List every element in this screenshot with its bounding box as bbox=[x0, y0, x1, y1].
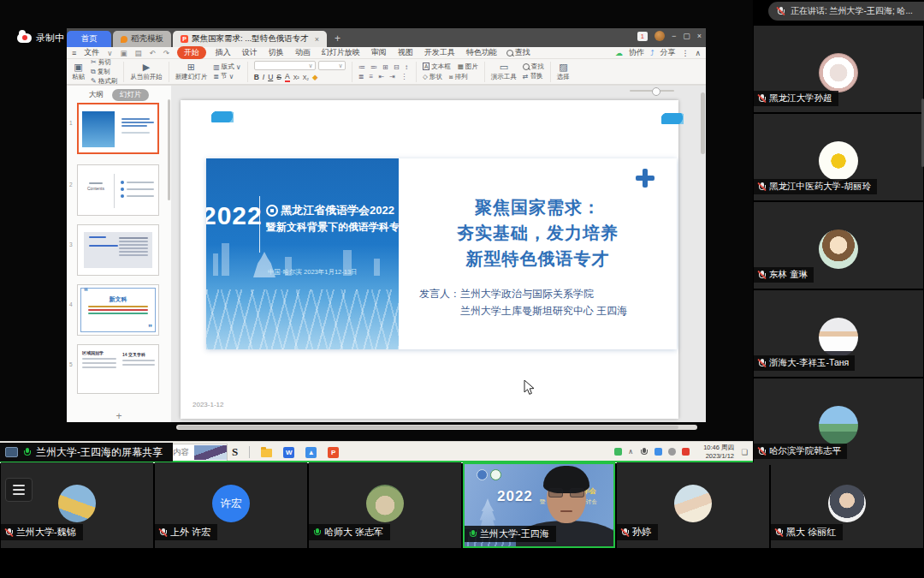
menu-item-design[interactable]: 设计 bbox=[240, 47, 259, 58]
tray-mic-icon[interactable] bbox=[639, 447, 649, 456]
notification-center-icon[interactable]: ❏ bbox=[741, 448, 748, 456]
message-badge[interactable]: 1 bbox=[637, 32, 648, 41]
participant-tile[interactable]: 黑龙江大学孙超 bbox=[754, 26, 923, 112]
participant-tile[interactable]: 黑大 徐丽红 bbox=[771, 462, 923, 548]
tray-red-icon[interactable] bbox=[682, 448, 690, 456]
add-slide-button[interactable]: + bbox=[116, 411, 121, 421]
close-doc-icon[interactable]: × bbox=[315, 35, 319, 44]
avatar bbox=[674, 485, 712, 522]
format-painter-button[interactable]: ✎格式刷 bbox=[91, 77, 117, 86]
participant-tile[interactable]: 许宏 上外 许宏 bbox=[155, 462, 307, 548]
file-chevron-icon[interactable]: ∨ bbox=[107, 49, 112, 57]
tab-templates[interactable]: 稻壳模板 bbox=[113, 31, 171, 47]
menu-item-transition[interactable]: 切换 bbox=[267, 47, 286, 58]
tab-slides[interactable]: 幻灯片 bbox=[112, 89, 150, 101]
slide-thumbnail-4[interactable]: “ 新文科 ” bbox=[77, 284, 159, 336]
font-size-select[interactable]: ∨ bbox=[318, 61, 346, 70]
tab-outline[interactable]: 大纲 bbox=[89, 90, 104, 100]
zoom-slider-thumb[interactable] bbox=[652, 87, 660, 96]
find-button[interactable]: 查找 bbox=[523, 63, 544, 71]
menu-item-insert[interactable]: 插入 bbox=[214, 47, 233, 58]
tray-blue-icon[interactable] bbox=[654, 448, 662, 456]
save-icon[interactable]: ▣ bbox=[121, 49, 127, 57]
underline-button[interactable]: U bbox=[268, 73, 273, 81]
wps-app-icon[interactable]: W bbox=[283, 447, 294, 458]
section-button[interactable]: ≣节∨ bbox=[213, 72, 240, 80]
tray-green-icon[interactable] bbox=[614, 448, 622, 456]
find-menu[interactable]: 查找 bbox=[506, 47, 530, 58]
slide-page[interactable]: 2022 黑龙江省俄语学会2022 暨新文科背景下的俄语学科专业 中国·哈尔滨 … bbox=[181, 100, 678, 419]
strikethrough-button[interactable]: S bbox=[276, 73, 281, 81]
redo-icon[interactable]: ↷ bbox=[163, 49, 169, 57]
menu-item-animation[interactable]: 动画 bbox=[293, 47, 312, 58]
tray-expand-icon[interactable]: ∧ bbox=[628, 448, 633, 456]
shape-button[interactable]: ◇形状 bbox=[423, 73, 442, 81]
print-icon[interactable]: ▤ bbox=[135, 49, 142, 57]
menu-item-start[interactable]: 开始 bbox=[177, 46, 206, 59]
active-speaker-video-tile[interactable]: 2022 会2022年年会 暨 学科专业建设研讨会 兰州大学-王四海 bbox=[463, 462, 615, 548]
italic-button[interactable]: I bbox=[263, 73, 264, 81]
new-slide-button[interactable]: ⊞ 新建幻灯片 bbox=[175, 63, 208, 81]
slide-thumbnail-2[interactable]: Contents bbox=[77, 164, 159, 216]
participant-tile[interactable]: 兰州大学-魏锦 bbox=[1, 462, 153, 548]
layout-button[interactable]: ▥版式∨ bbox=[213, 63, 240, 71]
new-tab-button[interactable]: + bbox=[335, 33, 341, 45]
menu-item-devtools[interactable]: 开发工具 bbox=[423, 47, 457, 58]
participant-tile[interactable]: 孙婷 bbox=[617, 462, 769, 548]
tab-home[interactable]: 首页 bbox=[67, 31, 111, 47]
tray-settings-icon[interactable] bbox=[668, 448, 676, 456]
more-menu-icon[interactable]: ⋮ bbox=[681, 49, 689, 57]
picture-button[interactable]: ▦图片 bbox=[458, 63, 478, 71]
participant-tile[interactable]: 浙海大-李祥玉-Таня bbox=[754, 290, 923, 377]
subscript-button[interactable]: X₂ bbox=[303, 74, 309, 80]
close-window-button[interactable]: × bbox=[697, 32, 702, 40]
photos-app-icon[interactable]: ▲ bbox=[305, 447, 317, 458]
s-app-icon[interactable]: S bbox=[232, 445, 238, 459]
highlight-button[interactable]: ◆ bbox=[312, 73, 318, 81]
panel-scrollbar[interactable] bbox=[168, 99, 170, 200]
maximize-button[interactable]: ▢ bbox=[683, 32, 690, 40]
share-button[interactable]: 分享 bbox=[660, 47, 675, 58]
collapse-ribbon-icon[interactable]: ∧ bbox=[695, 49, 701, 57]
zoom-slider[interactable] bbox=[630, 90, 674, 92]
paragraph-tools-row1[interactable]: ≔ ≕ ⊞ ⊟ ↕ bbox=[358, 63, 410, 71]
participant-tile[interactable]: 东林 童琳 bbox=[754, 202, 923, 289]
file-explorer-icon[interactable] bbox=[261, 449, 272, 457]
replace-button[interactable]: ⇄替换 bbox=[523, 72, 544, 80]
undo-icon[interactable]: ↶ bbox=[150, 49, 156, 57]
slide-thumbnail-5[interactable]: 区域国别学 14 交叉学科 bbox=[77, 344, 159, 394]
menu-item-features[interactable]: 特色功能 bbox=[465, 47, 499, 58]
participant-tile[interactable]: 哈尔滨学院韩志平 bbox=[754, 378, 923, 465]
slide-thumbnail-3[interactable] bbox=[77, 224, 159, 276]
superscript-button[interactable]: X² bbox=[293, 74, 299, 80]
font-family-select[interactable]: ∨ bbox=[254, 61, 316, 70]
participant-tile[interactable]: 哈师大 张志军 bbox=[309, 462, 461, 548]
taskbar-clock[interactable]: 10:46 周四 2023/1/12 bbox=[703, 444, 734, 461]
font-color-button[interactable]: A bbox=[285, 72, 290, 82]
layout-toggle-button[interactable] bbox=[5, 478, 33, 502]
canvas-horizontal-scrollbar[interactable] bbox=[176, 425, 697, 430]
play-from-current-button[interactable]: ▶ 从当前开始 bbox=[130, 63, 163, 81]
paragraph-tools-row2[interactable]: ≣ ≡ ⇤ ⇥ ⋮ bbox=[358, 73, 410, 80]
arrange-button[interactable]: ⧈排列 bbox=[449, 73, 468, 81]
minimize-button[interactable]: − bbox=[672, 32, 676, 40]
presentation-app-icon[interactable]: P bbox=[328, 447, 339, 458]
participant-tile[interactable]: 黑龙江中医药大学-胡丽玲 bbox=[754, 114, 923, 200]
tab-document[interactable]: P 聚焦国家需求: ...型特色俄语专才 × bbox=[173, 31, 327, 47]
file-menu[interactable]: 文件 bbox=[84, 47, 99, 58]
paste-button[interactable]: ▣ 粘贴 bbox=[72, 63, 85, 81]
canvas-vertical-scrollbar[interactable] bbox=[701, 92, 705, 154]
copy-button[interactable]: ⧉复制 bbox=[91, 68, 117, 76]
bold-button[interactable]: B bbox=[254, 73, 259, 81]
menu-item-view[interactable]: 视图 bbox=[396, 47, 415, 58]
select-button[interactable]: ▨ 选择 bbox=[557, 63, 570, 81]
collaborate-button[interactable]: 协作 bbox=[629, 47, 644, 58]
present-tools-button[interactable]: ▭ 演示工具 bbox=[491, 63, 517, 81]
cut-button[interactable]: ✂剪切 bbox=[91, 58, 117, 67]
textbox-button[interactable]: A文本框 bbox=[423, 63, 451, 71]
hamburger-menu-icon[interactable]: ≡ bbox=[72, 49, 76, 57]
menu-item-slideshow[interactable]: 幻灯片放映 bbox=[320, 47, 362, 58]
menu-item-review[interactable]: 审阅 bbox=[370, 47, 388, 58]
account-avatar[interactable] bbox=[654, 31, 665, 41]
slide-thumbnail-1[interactable] bbox=[77, 103, 159, 154]
